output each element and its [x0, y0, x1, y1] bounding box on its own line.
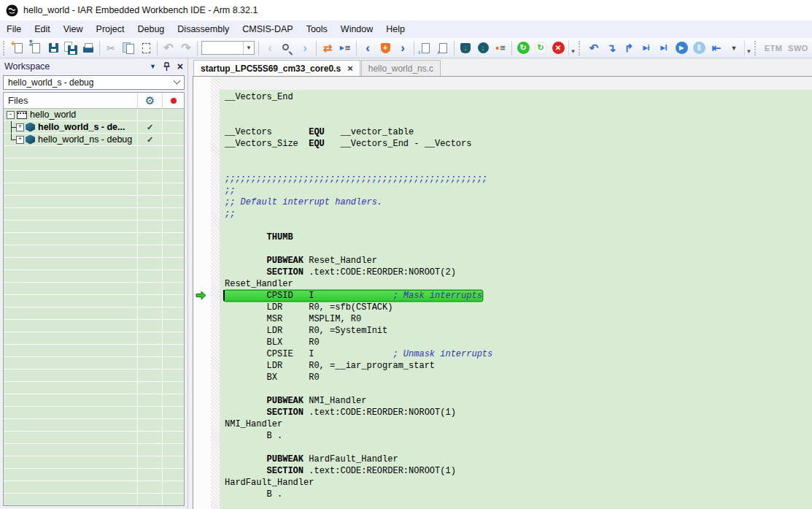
code-line: HardFault_Handler [225, 477, 812, 489]
toolbar-drag-handle[interactable] [579, 41, 583, 56]
run-to-cursor-button[interactable]: ▶I [655, 39, 673, 57]
find-button[interactable] [279, 39, 296, 57]
close-icon[interactable]: × [177, 61, 183, 72]
menu-view[interactable]: View [57, 20, 90, 38]
code-line: LDR R0, =SystemInit [225, 325, 812, 337]
reset-target-button[interactable]: ↻ [514, 39, 532, 57]
tree-row-hello-world-ns-debug[interactable]: +hello_world_ns - debug✓ [4, 134, 184, 146]
reset-connection-button[interactable]: ↻ [532, 39, 549, 57]
open-file-button[interactable]: ↥ [27, 39, 45, 57]
tree-row-hello-world-s-de-[interactable]: +hello_world_s - de...✓ [4, 121, 184, 134]
code-line: SECTION .text:CODE:REORDER:NOROOT(2) [225, 267, 812, 278]
menu-tools[interactable]: Tools [300, 20, 334, 38]
flash-menu-button[interactable]: •≡ [492, 39, 509, 57]
redo-button[interactable]: ↷ [177, 39, 195, 57]
stop-target-button[interactable]: ✕ [549, 39, 567, 57]
tree-item-label: hello_world [30, 110, 76, 120]
save-button[interactable] [45, 39, 62, 57]
search-combo[interactable]: ▼ [201, 41, 255, 55]
workspace-header: Workspace ▼ × [0, 58, 187, 74]
red-dot-icon [171, 98, 177, 104]
next-bookmark-button[interactable]: › [394, 39, 411, 57]
menu-window[interactable]: Window [334, 20, 379, 38]
workspace-config-selector[interactable]: hello_world_s - debug [3, 75, 185, 90]
tree-row-option-cell[interactable] [137, 109, 162, 120]
workspace-panel: Workspace ▼ × hello_world_s - debug File… [0, 58, 188, 509]
tree-row-breakpoint-cell[interactable] [162, 134, 184, 145]
tree-empty-row [4, 295, 184, 307]
tree-row-hello-world[interactable]: -hello_world [4, 109, 184, 121]
code-line: PUBWEAK NMI_Handler [225, 395, 812, 407]
break-button[interactable]: ‖ [690, 39, 708, 57]
print-button[interactable] [80, 39, 97, 57]
step-out-button[interactable]: ↱ [620, 39, 638, 57]
menu-project[interactable]: Project [90, 20, 131, 38]
toolbar-overflow-icon[interactable]: ▼ [744, 40, 753, 56]
workspace-file-icon [17, 111, 27, 119]
tree-row-option-cell[interactable]: ✓ [137, 121, 162, 133]
tree-empty-row [4, 320, 184, 332]
download-app-button[interactable]: ↓ [457, 39, 474, 57]
dropdown-icon[interactable]: ▼ [150, 63, 156, 70]
tree-empty-row [4, 221, 184, 233]
go-button[interactable]: ▶ [673, 39, 690, 57]
editor-content[interactable]: __Vectors_End __Vectors EQU __vector_tab… [193, 76, 812, 509]
tree-empty-row [4, 258, 184, 270]
jump-toggle-button[interactable]: ⇄ [319, 39, 336, 57]
breakpoint-margin[interactable] [211, 77, 220, 509]
next-page-button[interactable]: › [434, 39, 452, 57]
search-dropdown-icon[interactable]: ▼ [243, 42, 254, 54]
tree-row-breakpoint-cell[interactable] [162, 109, 184, 120]
nav-back-button[interactable]: ‹ [261, 39, 279, 57]
menu-disassembly[interactable]: Disassembly [171, 20, 236, 38]
paste-button[interactable] [137, 39, 155, 57]
toolbar-overflow-icon[interactable]: ▼ [568, 40, 577, 56]
tab-label: hello_world_ns.c [368, 64, 433, 74]
prev-page-button[interactable]: ‹ [417, 39, 434, 57]
tree-row-option-cell[interactable]: ✓ [137, 134, 162, 145]
files-column-header[interactable]: Files [4, 93, 137, 108]
menu-debug[interactable]: Debug [131, 20, 171, 38]
tab-hello-world-ns-c[interactable]: hello_world_ns.c [361, 60, 441, 76]
tab-close-icon[interactable]: × [347, 64, 353, 73]
code-text[interactable]: __Vectors_End __Vectors EQU __vector_tab… [220, 90, 812, 509]
undo-button[interactable]: ↶ [160, 39, 177, 57]
code-line: __Vectors_Size EQU __Vectors_End - __Vec… [225, 138, 812, 150]
tree-empty-row [4, 394, 184, 407]
etm-button[interactable]: ETM [761, 39, 786, 57]
toolbar-drag-handle[interactable] [754, 41, 759, 56]
menu-edit[interactable]: Edit [28, 20, 57, 38]
stop-debug-button[interactable]: ⇤ [708, 39, 725, 57]
debug-reset-button[interactable]: ↶ [585, 39, 603, 57]
cut-button[interactable]: ✂ [102, 39, 120, 57]
breakpoint-column-header[interactable] [162, 93, 184, 108]
search-input[interactable] [202, 42, 243, 53]
tree-expander-icon[interactable]: + [16, 136, 24, 144]
menu-cmsis-dap[interactable]: CMSIS-DAP [236, 20, 299, 38]
tree-empty-row [4, 158, 184, 171]
code-line: ;; Default interrupt handlers. [225, 196, 812, 208]
copy-button[interactable] [120, 39, 137, 57]
tree-expander-icon[interactable]: + [16, 123, 24, 131]
download-and-debug-button[interactable]: ↓ [474, 39, 492, 57]
toolbar: +↥✂↶↷▼‹›⇄▶≡‹+›‹›↓↓•≡↻↻✕▼↶↴↱▶i▶I▶‖⇤▼▼ETMS… [0, 38, 812, 58]
goto-list-button[interactable]: ▶≡ [336, 39, 354, 57]
tree-expander-icon[interactable]: - [7, 111, 15, 119]
debug-more-button[interactable]: ▼ [725, 39, 743, 57]
gear-column-header[interactable]: ⚙ [137, 93, 162, 108]
pin-icon[interactable] [163, 62, 171, 72]
nav-forward-button[interactable]: › [296, 39, 314, 57]
prev-bookmark-button[interactable]: ‹ [359, 39, 376, 57]
new-file-button[interactable]: + [9, 39, 27, 57]
code-line [225, 103, 812, 115]
tree-row-breakpoint-cell[interactable] [162, 121, 184, 133]
toggle-bookmark-button[interactable]: + [376, 39, 394, 57]
tab-startup-lpc55s69-cm33-core0-s[interactable]: startup_LPC55S69_cm33_core0.s× [193, 60, 360, 76]
save-all-button[interactable] [62, 39, 80, 57]
menu-help[interactable]: Help [379, 20, 411, 38]
step-into-button[interactable]: ▶i [638, 39, 655, 57]
step-over-button[interactable]: ↴ [603, 39, 620, 57]
toolbar-drag-handle[interactable] [3, 41, 7, 56]
menu-file[interactable]: File [0, 20, 28, 38]
swo-button[interactable]: SWO [786, 39, 811, 57]
